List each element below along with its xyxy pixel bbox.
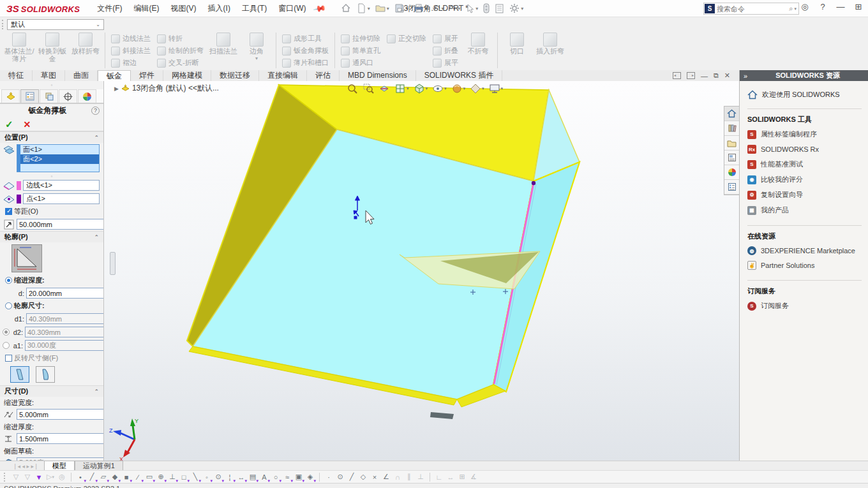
tab-data-migration[interactable]: 数据迁移 <box>211 70 259 81</box>
view-palette-tab[interactable] <box>724 151 739 165</box>
lofted-bend-button[interactable]: 放样折弯 <box>69 31 102 70</box>
profile-dims-radio[interactable] <box>5 302 12 309</box>
cancel-button[interactable]: ✕ <box>24 119 31 129</box>
pin-menu-icon[interactable]: 📌 <box>313 1 327 15</box>
position-section-header[interactable]: 位置(P)⌃ <box>0 131 103 143</box>
open-button[interactable]: ▾ <box>373 1 391 15</box>
menu-insert[interactable]: 插入(I) <box>202 0 236 17</box>
doc-close-button[interactable]: ✕ <box>724 71 730 80</box>
corner-button[interactable]: 边角▾ <box>240 31 273 70</box>
dimxpert-manager-tab[interactable] <box>59 89 77 103</box>
options-button[interactable]: ▾ <box>507 1 525 15</box>
marketplace-link[interactable]: ◍3DEXPERIENCE Marketplace <box>747 246 862 255</box>
breadcrumb-expand-icon[interactable]: ▶ <box>114 85 119 92</box>
tab-weldments[interactable]: 焊件 <box>131 70 163 81</box>
doc-restore-button[interactable]: ⧉ <box>714 71 719 80</box>
panel-resize-grip[interactable]: ◦ <box>0 81 103 89</box>
filter-coordinate-systems-icon[interactable]: ⊥▾ <box>167 471 178 483</box>
tab-features[interactable]: 特征 <box>0 70 33 81</box>
filters-active-icon[interactable]: ▼ <box>33 471 45 483</box>
search-icon[interactable]: ⌕ <box>789 4 793 13</box>
swept-flange-button[interactable]: 扫描法兰 <box>207 31 240 70</box>
zoom-area-icon[interactable] <box>361 82 375 95</box>
face-item-2[interactable]: 面<2> <box>20 154 99 164</box>
filter-center-marks-icon[interactable]: ⊙▾ <box>213 471 224 483</box>
filter-planes-icon[interactable]: ▭▾ <box>144 471 155 483</box>
user-account-icon[interactable]: ◎ <box>799 2 811 11</box>
edge-flange-button[interactable]: 边线法兰 <box>108 33 154 45</box>
snap-tangent-icon[interactable]: ∩ <box>392 471 403 483</box>
tab-sheet-metal[interactable]: 钣金 <box>98 70 131 81</box>
offset-distance-input[interactable] <box>17 219 104 229</box>
filter-origins-icon[interactable]: ⊕▾ <box>155 471 167 483</box>
snap-horizontal-vertical-icon[interactable]: ∟ <box>433 471 445 483</box>
filter-blocks-icon[interactable]: ◈▾ <box>304 471 316 483</box>
gusset-profile-rounded-back-button[interactable] <box>36 366 55 383</box>
feature-breadcrumb[interactable]: ▶ 13闭合角 (默认) <<默认... <box>114 83 219 94</box>
view-settings-icon[interactable]: ▾ <box>488 82 505 95</box>
search-input[interactable] <box>717 5 789 13</box>
filter-edges-icon[interactable]: ╱▾ <box>86 471 98 483</box>
faces-selection-list[interactable]: 面<1> 面<2> <box>17 144 100 172</box>
performance-benchmark-link[interactable]: S性能基准测试 <box>747 159 862 169</box>
tab-and-slot-button[interactable]: 薄片和槽口 <box>279 57 332 69</box>
file-explorer-tab[interactable] <box>724 136 739 151</box>
d1-input[interactable] <box>27 314 104 323</box>
sheet-metal-gusset-button[interactable]: 钣金角撑板 <box>279 45 332 57</box>
sketched-bend-button[interactable]: 绘制的折弯 <box>154 45 207 57</box>
a1-radio[interactable] <box>3 342 10 349</box>
file-properties-button[interactable] <box>493 1 506 15</box>
doc-minimize-button[interactable]: — <box>701 72 708 80</box>
design-library-tab[interactable] <box>724 121 739 136</box>
jog-button[interactable]: 转折 <box>154 33 207 45</box>
redo-button[interactable]: ↷▾ <box>447 1 463 15</box>
filter-vertices-icon[interactable]: •▾ <box>75 471 86 483</box>
home-button[interactable] <box>339 1 353 15</box>
simple-hole-button[interactable]: 简单直孔 <box>338 45 384 57</box>
filter-midpoints-icon[interactable]: ◦▾ <box>201 471 213 483</box>
selection-list-resize-grip[interactable]: ◦ <box>0 174 103 179</box>
configuration-manager-tab[interactable] <box>40 89 58 103</box>
menu-edit[interactable]: 编辑(E) <box>128 0 165 17</box>
new-document-button[interactable]: ▾ <box>354 1 372 15</box>
model-3d[interactable]: Z Y X <box>104 81 739 461</box>
filter-solid-bodies-icon[interactable]: ■▾ <box>121 471 132 483</box>
filter-toolbar-grip[interactable] <box>4 473 6 482</box>
hem-button[interactable]: 褶边 <box>108 57 154 69</box>
snap-parallel-icon[interactable]: ∥ <box>403 471 415 483</box>
snap-angle-snap-icon[interactable]: ∡ <box>468 471 479 483</box>
select-tool-icon[interactable]: ▷▾ <box>45 471 56 483</box>
filter-balloons-icon[interactable]: ○▾ <box>270 471 281 483</box>
normal-cut-button[interactable]: 正交切除 <box>384 33 430 45</box>
vent-button[interactable]: 通风口 <box>338 57 384 69</box>
help-icon[interactable]: ? <box>817 2 828 11</box>
no-bends-button[interactable]: 不折弯 <box>461 31 495 70</box>
display-manager-tab[interactable] <box>78 89 96 103</box>
partner-solutions-link[interactable]: ✌Partner Solutions <box>747 261 862 270</box>
welcome-link[interactable]: 欢迎使用 SOLIDWORKS <box>747 90 862 100</box>
show-left-pane-button[interactable]: ◂ <box>673 72 681 79</box>
tab-solidworks-addins[interactable]: SOLIDWORKS 插件 <box>416 70 503 81</box>
flatten-button[interactable]: 展平 <box>430 57 461 69</box>
miter-flange-button[interactable]: 斜接法兰 <box>108 45 154 57</box>
hide-show-items-icon[interactable]: ▾ <box>431 82 448 95</box>
tab-evaluate[interactable]: 评估 <box>307 70 340 81</box>
cross-break-button[interactable]: 交叉-折断 <box>154 57 207 69</box>
filter-sketch-segments-icon[interactable]: ╲▾ <box>190 471 201 483</box>
filter-faces-icon[interactable]: ▱▾ <box>98 471 109 483</box>
feature-manager-tab[interactable] <box>1 89 20 103</box>
print-button[interactable]: ▾ <box>412 1 430 15</box>
tab-mesh-modeling[interactable]: 网格建模 <box>163 70 211 81</box>
selection-filter-toggle-icon[interactable]: ▽ <box>10 471 22 483</box>
indent-depth-radio[interactable] <box>5 277 12 284</box>
insert-bends-button[interactable]: 插入折弯 <box>534 31 567 70</box>
zoom-fit-icon[interactable] <box>345 82 359 95</box>
tab-sketch[interactable]: 草图 <box>33 70 65 81</box>
rebuild-button[interactable] <box>481 1 491 15</box>
compare-my-score-link[interactable]: ◉比较我的评分 <box>747 175 862 184</box>
filter-datums-icon[interactable]: ▣▾ <box>293 471 304 483</box>
motion-study-tab[interactable]: 运动算例1 <box>75 461 123 470</box>
window-restore-button[interactable]: ⊞ <box>853 2 864 11</box>
filter-weld-symbols-icon[interactable]: ≈▾ <box>281 471 293 483</box>
help-icon[interactable]: ? <box>91 107 100 115</box>
